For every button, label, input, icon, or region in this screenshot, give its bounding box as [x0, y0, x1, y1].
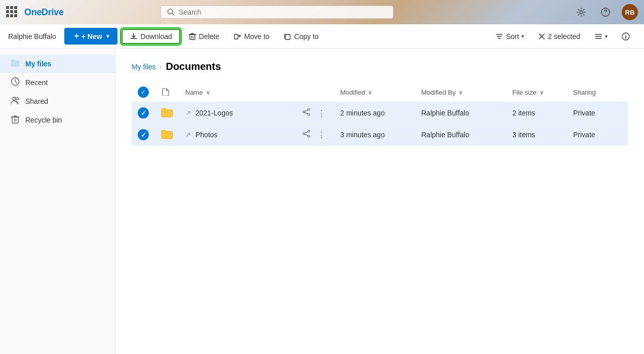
download-icon [130, 32, 138, 41]
breadcrumb: My files › Documents [132, 61, 628, 72]
sort-button[interactable]: Sort ▾ [489, 29, 530, 44]
table-row: ✓ Photos [132, 124, 628, 146]
selected-label: 2 selected [548, 32, 580, 41]
copy-icon [284, 32, 292, 41]
th-modified-by[interactable]: Modified By ∨ [415, 83, 506, 102]
more-button-photos[interactable]: ⋮ [315, 129, 328, 141]
svg-point-14 [308, 108, 310, 110]
svg-point-19 [308, 135, 310, 137]
svg-point-9 [625, 34, 626, 35]
help-icon[interactable] [597, 4, 614, 20]
file-size-column-label: File size [512, 89, 537, 96]
sidebar-item-recent[interactable]: Recent [0, 73, 115, 92]
sidebar-item-my-files[interactable]: My files [0, 55, 115, 73]
row-modified-photos: 3 minutes ago [334, 124, 415, 146]
deselect-button[interactable]: 2 selected [532, 29, 586, 44]
sidebar-recent-label: Recent [25, 78, 48, 87]
sidebar-item-shared[interactable]: Shared [0, 92, 115, 110]
copy-to-label: Copy to [294, 32, 318, 41]
toolbar: Ralphie Buffalo ＋ + New ▾ Download Delet… [0, 24, 644, 49]
row-sharing-photos: Private [567, 124, 628, 146]
svg-rect-7 [286, 34, 290, 40]
svg-line-1 [172, 13, 174, 15]
row-modified-by-photos: Ralphie Buffalo [415, 124, 506, 146]
new-label: + New [82, 32, 102, 41]
file-size-sort-icon: ∨ [540, 89, 544, 96]
row-actions-photos: ⋮ [294, 124, 334, 146]
th-name[interactable]: Name ∨ [179, 83, 294, 102]
svg-point-4 [605, 14, 606, 15]
table-header: ✓ Name ∨ [132, 83, 628, 102]
share-button-photos[interactable] [300, 128, 313, 141]
modified-sort-icon: ∨ [368, 89, 372, 96]
move-icon [233, 32, 242, 41]
sidebar-shared-label: Shared [25, 97, 48, 105]
th-modified[interactable]: Modified ∨ [334, 83, 415, 102]
file-table: ✓ Name ∨ [132, 83, 628, 146]
row-name-photos[interactable]: Photos [179, 124, 294, 146]
plus-icon: ＋ [72, 31, 80, 42]
svg-point-12 [16, 98, 19, 100]
modified-column-label: Modified [340, 89, 365, 96]
name-sort-icon: ∨ [206, 89, 210, 96]
recycle-bin-icon [10, 114, 20, 126]
sidebar-item-recycle-bin[interactable]: Recycle bin [0, 110, 115, 130]
shortcut-icon [185, 110, 191, 116]
sidebar-recycle-bin-label: Recycle bin [25, 116, 62, 124]
row-name-logos[interactable]: 2021-Logos [179, 102, 294, 124]
avatar[interactable]: RB [622, 4, 638, 20]
row-folder-icon-photos [155, 124, 179, 146]
info-button[interactable] [616, 29, 636, 44]
share-button-logos[interactable] [300, 106, 313, 120]
row-checkbox-photos[interactable]: ✓ [132, 124, 155, 146]
top-bar-right: RB [573, 4, 638, 20]
search-input[interactable] [179, 8, 387, 16]
breadcrumb-parent[interactable]: My files [132, 63, 155, 71]
delete-button[interactable]: Delete [182, 29, 225, 44]
th-select-all[interactable]: ✓ [132, 83, 155, 102]
row-file-size-photos: 3 items [506, 124, 567, 146]
people-icon [10, 96, 20, 106]
new-button[interactable]: ＋ + New ▾ [64, 28, 117, 45]
svg-rect-6 [234, 34, 238, 39]
delete-label: Delete [199, 32, 219, 41]
main-layout: My files Recent Shared [0, 49, 644, 354]
settings-icon[interactable] [573, 4, 589, 20]
delete-icon [188, 32, 196, 41]
content-area: My files › Documents ✓ [115, 49, 644, 354]
toolbar-right: Sort ▾ 2 selected ▾ [489, 29, 636, 44]
waffle-icon[interactable] [6, 6, 18, 18]
modified-by-sort-icon: ∨ [459, 89, 463, 96]
view-options-button[interactable]: ▾ [588, 29, 614, 44]
svg-point-15 [303, 111, 305, 113]
row-modified-logos: 2 minutes ago [334, 102, 415, 124]
move-to-label: Move to [244, 32, 269, 41]
move-to-button[interactable]: Move to [227, 29, 275, 44]
download-label: Download [141, 32, 172, 41]
user-label: Ralphie Buffalo [8, 32, 62, 41]
search-bar [160, 6, 393, 19]
svg-point-11 [13, 97, 16, 100]
download-button[interactable]: Download [122, 29, 180, 44]
row-file-size-logos: 2 items [506, 102, 567, 124]
svg-rect-5 [190, 34, 195, 40]
copy-to-button[interactable]: Copy to [277, 29, 325, 44]
onedrive-logo[interactable]: OneDrive [24, 7, 64, 18]
close-icon [538, 33, 545, 40]
sharing-column-label: Sharing [573, 89, 596, 96]
th-file-size[interactable]: File size ∨ [506, 83, 567, 102]
sort-label: Sort [506, 32, 519, 41]
row-checkbox-logos[interactable]: ✓ [132, 102, 155, 124]
name-column-label: Name [185, 89, 203, 96]
svg-rect-13 [12, 117, 18, 123]
breadcrumb-separator: › [159, 63, 162, 70]
th-file-type [155, 83, 179, 102]
sort-dropdown-icon: ▾ [521, 33, 524, 39]
svg-point-2 [580, 11, 583, 14]
folder-icon [10, 59, 20, 69]
sidebar: My files Recent Shared [0, 49, 115, 354]
more-button-logos[interactable]: ⋮ [315, 107, 328, 120]
svg-point-16 [308, 113, 310, 115]
table-row: ✓ 2021-Logos [132, 102, 628, 124]
svg-point-17 [308, 130, 310, 132]
